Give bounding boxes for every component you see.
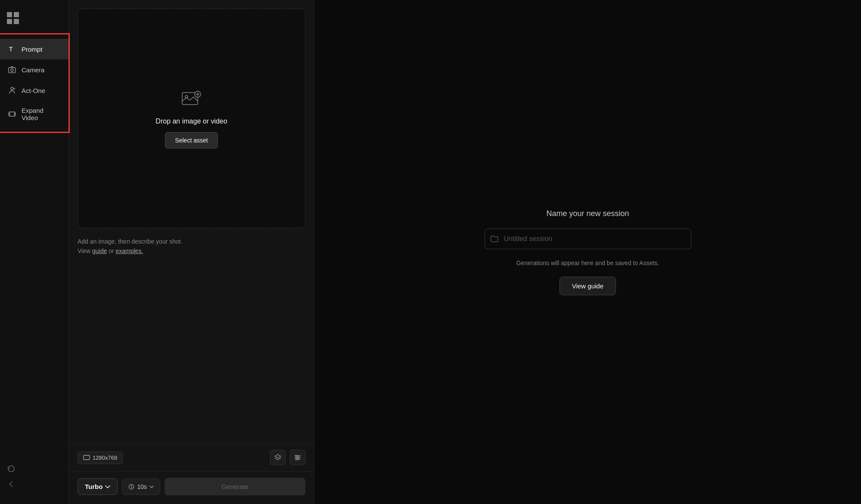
person-icon bbox=[8, 86, 16, 95]
text-icon: T bbox=[8, 45, 16, 53]
sidebar-top[interactable] bbox=[0, 9, 68, 34]
prompt-description: Add an image, then describe your shot. V… bbox=[78, 237, 305, 256]
sidebar: T Prompt Camera bbox=[0, 0, 69, 504]
right-panel: Name your new session Generations will a… bbox=[314, 0, 861, 504]
duration-button[interactable]: 10s bbox=[122, 479, 160, 495]
folder-icon bbox=[491, 235, 498, 242]
layers-icon-btn[interactable] bbox=[270, 450, 286, 465]
sidebar-item-expand-video[interactable]: Expand Video bbox=[0, 101, 68, 127]
back-icon[interactable] bbox=[7, 480, 16, 489]
upload-icon bbox=[180, 88, 203, 111]
prompt-area: Add an image, then describe your shot. V… bbox=[78, 237, 305, 443]
view-guide-button[interactable]: View guide bbox=[559, 277, 616, 295]
svg-point-18 bbox=[298, 457, 299, 458]
guide-link[interactable]: guide bbox=[92, 247, 107, 254]
settings-icon-btn[interactable] bbox=[290, 450, 305, 465]
camera-icon bbox=[8, 65, 16, 74]
examples-link[interactable]: examples. bbox=[115, 247, 143, 254]
duration-label: 10s bbox=[137, 483, 147, 490]
sidebar-bottom bbox=[0, 458, 22, 495]
select-asset-button[interactable]: Select asset bbox=[165, 132, 218, 148]
resolution-label: 1280x768 bbox=[93, 455, 117, 461]
svg-rect-1 bbox=[9, 68, 16, 73]
upload-area[interactable]: Drop an image or video Select asset bbox=[78, 9, 305, 228]
svg-point-4 bbox=[14, 88, 15, 90]
turbo-button[interactable]: Turbo bbox=[78, 478, 118, 495]
sidebar-item-label: Expand Video bbox=[22, 107, 61, 121]
sidebar-item-label: Prompt bbox=[22, 46, 42, 53]
sidebar-item-prompt[interactable]: T Prompt bbox=[0, 39, 68, 59]
sidebar-item-label: Camera bbox=[22, 66, 44, 74]
svg-rect-13 bbox=[84, 455, 90, 460]
sidebar-item-act-one[interactable]: Act-One bbox=[0, 80, 68, 101]
svg-point-2 bbox=[11, 69, 13, 71]
main-panel: Drop an image or video Select asset Add … bbox=[69, 0, 314, 504]
refresh-icon[interactable] bbox=[7, 464, 16, 473]
svg-text:T: T bbox=[9, 46, 13, 53]
sidebar-item-label: Act-One bbox=[22, 87, 45, 94]
svg-point-3 bbox=[11, 87, 13, 90]
session-title: Name your new session bbox=[546, 209, 629, 218]
generate-button[interactable]: Generate bbox=[165, 478, 305, 495]
nav-items-container: T Prompt Camera bbox=[0, 34, 68, 132]
session-description: Generations will appear here and be save… bbox=[516, 260, 659, 266]
prompt-textarea[interactable] bbox=[78, 260, 305, 443]
session-name-input[interactable] bbox=[485, 229, 691, 249]
turbo-label: Turbo bbox=[85, 483, 103, 490]
upload-text: Drop an image or video bbox=[155, 117, 227, 125]
generate-row: Turbo 10s Generate bbox=[69, 471, 314, 504]
svg-point-19 bbox=[296, 458, 298, 460]
session-input-wrapper bbox=[485, 229, 691, 249]
svg-point-17 bbox=[295, 455, 297, 457]
bottom-controls: 1280x768 bbox=[69, 443, 314, 471]
grid-icon[interactable] bbox=[7, 12, 19, 24]
expand-icon bbox=[8, 110, 16, 118]
sidebar-item-camera[interactable]: Camera bbox=[0, 59, 68, 80]
resolution-selector[interactable]: 1280x768 bbox=[78, 451, 123, 464]
